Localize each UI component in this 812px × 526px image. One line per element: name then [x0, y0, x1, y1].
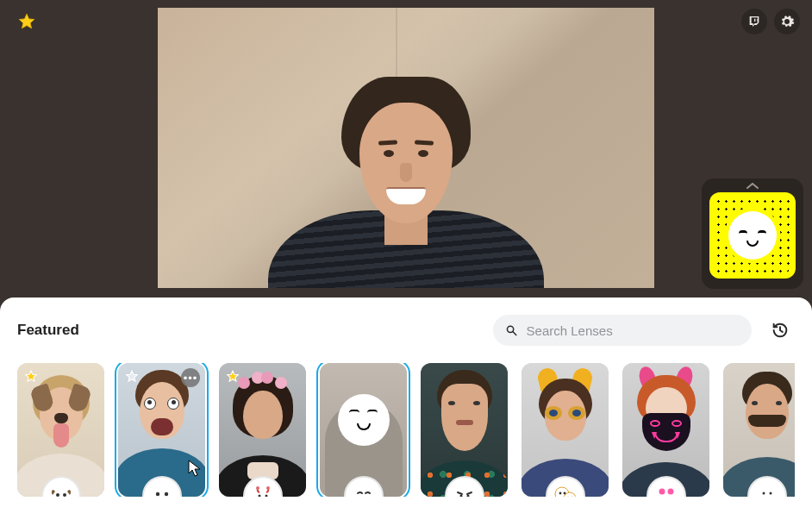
star-icon [17, 12, 36, 31]
svg-point-7 [155, 492, 159, 496]
chevron-up-icon [746, 178, 759, 192]
svg-point-31 [769, 492, 771, 495]
search-field[interactable] [493, 315, 752, 346]
twitch-button[interactable] [741, 9, 767, 34]
search-input[interactable] [527, 323, 740, 338]
twitch-icon [747, 15, 761, 28]
svg-point-4 [63, 493, 66, 497]
history-icon [771, 321, 790, 340]
svg-point-8 [164, 492, 167, 496]
svg-line-1 [513, 332, 516, 335]
lens-card-demonmask[interactable] [622, 363, 709, 497]
lens-card-bigchin[interactable] [421, 363, 508, 497]
snapcode[interactable] [709, 192, 796, 279]
preview-subject [259, 72, 553, 288]
history-button[interactable] [765, 316, 795, 345]
more-options-button[interactable]: ••• [181, 368, 200, 387]
lens-card-flowercrown[interactable] [219, 363, 306, 497]
lens-card-bigmouth[interactable]: ••• [118, 363, 205, 497]
camera-area [0, 0, 812, 297]
gear-icon [779, 14, 795, 29]
lens-carousel[interactable]: ••• [17, 363, 795, 497]
lens-card-dog[interactable] [17, 363, 104, 497]
svg-point-6 [151, 485, 173, 497]
svg-point-29 [756, 485, 778, 497]
lens-card-kawaii[interactable] [522, 363, 609, 497]
svg-point-30 [762, 492, 765, 495]
snapcode-face-icon [728, 211, 777, 260]
svg-point-21 [563, 492, 565, 495]
svg-point-20 [559, 492, 561, 495]
svg-point-25 [659, 489, 665, 495]
star-icon [224, 368, 241, 385]
svg-point-3 [56, 493, 59, 497]
svg-point-13 [266, 486, 270, 490]
svg-point-26 [667, 489, 673, 495]
svg-point-9 [252, 485, 274, 497]
favorites-button[interactable] [14, 9, 40, 34]
star-icon [22, 368, 40, 385]
star-icon [123, 368, 141, 385]
lens-panel: Featured [0, 297, 812, 526]
camera-preview [158, 8, 654, 288]
settings-button[interactable] [774, 9, 800, 34]
svg-point-14 [353, 485, 375, 497]
search-icon [505, 323, 518, 337]
lens-card-nolens[interactable] [320, 363, 407, 497]
svg-point-24 [655, 485, 678, 497]
lens-card-mustache[interactable] [723, 363, 795, 497]
svg-point-15 [453, 485, 476, 497]
svg-point-12 [256, 486, 259, 490]
snapcode-panel[interactable] [702, 178, 803, 289]
section-title: Featured [17, 322, 79, 339]
